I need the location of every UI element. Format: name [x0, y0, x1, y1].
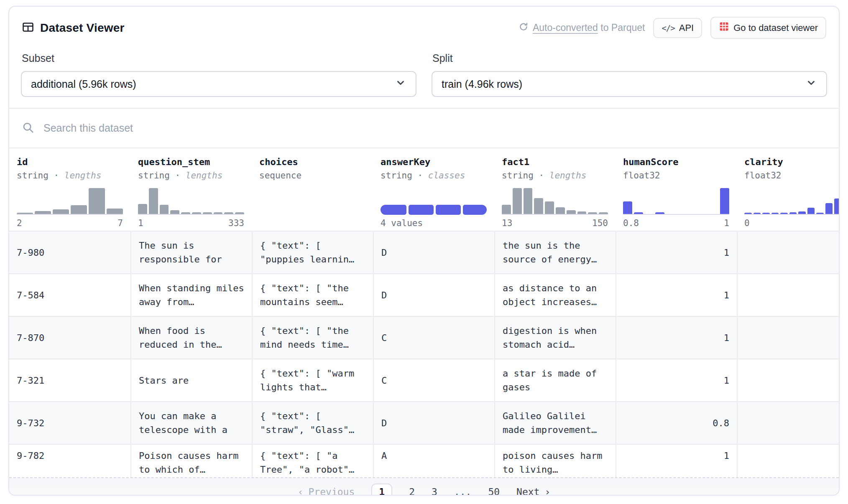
- histogram-bar: [224, 212, 233, 214]
- column-type: string · classes: [381, 171, 487, 181]
- histogram-bar: [545, 201, 554, 214]
- histogram-bar: [17, 213, 33, 214]
- cell-humanScore: 1: [616, 317, 737, 359]
- red-grid-icon: [719, 21, 729, 34]
- cell-humanScore: 1: [616, 359, 737, 401]
- histogram-bar: [556, 207, 565, 214]
- cell-question_stem: When food is reduced in the…: [130, 317, 252, 359]
- cell-id: 7-980: [9, 232, 130, 273]
- cell-id: 9-782: [9, 445, 130, 477]
- subset-label: Subset: [22, 52, 416, 64]
- search-icon: [22, 121, 34, 135]
- class-segment: [463, 205, 487, 215]
- column-type: string · lengths: [138, 171, 244, 181]
- column-type: sequence: [259, 171, 365, 181]
- histogram-bar: [524, 188, 533, 214]
- column-header-fact1: fact1string · lengths13150: [494, 148, 616, 231]
- cell-clarity: [737, 232, 840, 273]
- histogram-range: 0.81: [623, 218, 729, 228]
- histogram-bar: [107, 209, 123, 214]
- search-row: [9, 108, 839, 148]
- page-button-2[interactable]: 2: [409, 486, 415, 496]
- histogram-bar: [89, 188, 105, 214]
- histogram-fact1: [502, 187, 608, 215]
- histogram-bar: [816, 213, 824, 214]
- cell-answerKey: D: [373, 232, 494, 273]
- page-button-1[interactable]: 1: [371, 484, 392, 496]
- column-name: clarity: [744, 157, 840, 167]
- cell-answerKey: A: [373, 445, 494, 477]
- search-input[interactable]: [43, 122, 826, 134]
- histogram-bar: [203, 212, 212, 214]
- sync-icon: [519, 22, 529, 34]
- split-label: Split: [432, 52, 827, 64]
- histogram-bar: [753, 213, 761, 214]
- chevron-right-icon: ›: [545, 486, 551, 496]
- histogram-range: 1333: [138, 218, 244, 228]
- histogram-bar: [623, 201, 632, 214]
- cell-clarity: 1.: [737, 359, 840, 401]
- histogram-bar: [762, 213, 770, 214]
- column-name: choices: [259, 157, 365, 167]
- histogram-bar: [534, 198, 543, 214]
- histogram-range: 27: [17, 218, 123, 228]
- table-row: 7-584When standing miles away from…{ "te…: [9, 273, 840, 316]
- table-row: 7-321Stars are{ "text": [ "warm lights t…: [9, 359, 840, 401]
- api-button[interactable]: </> API: [653, 18, 702, 38]
- cell-question_stem: Stars are: [130, 359, 252, 401]
- cell-humanScore: 1: [616, 445, 737, 477]
- column-type: string · lengths: [17, 171, 123, 181]
- class-segment: [381, 205, 406, 215]
- cell-clarity: 1.: [737, 274, 840, 316]
- goto-dataset-viewer-button[interactable]: Go to dataset viewer: [710, 17, 826, 39]
- cell-choices: { "text": [ "puppies learnin…: [252, 232, 373, 273]
- subset-select[interactable]: additional (5.96k rows): [21, 71, 416, 97]
- cell-answerKey: D: [373, 274, 494, 316]
- histogram-bar: [149, 188, 158, 214]
- histogram-bar: [798, 211, 806, 214]
- column-header-question_stem: question_stemstring · lengths1333: [130, 148, 252, 231]
- column-type: float32: [623, 171, 729, 181]
- histogram-id: [17, 187, 123, 215]
- table-row: 7-980The sun is responsible for{ "text":…: [9, 231, 840, 273]
- cell-fact1: poison causes harm to living…: [494, 445, 616, 477]
- dataset-viewer-card: Dataset Viewer Auto-converted to Parquet…: [8, 6, 840, 496]
- histogram-question_stem: [138, 187, 244, 215]
- auto-converted-link[interactable]: Auto-converted to Parquet: [519, 22, 645, 34]
- next-page-button[interactable]: Next ›: [516, 486, 550, 496]
- histogram-bar: [834, 199, 840, 214]
- split-select[interactable]: train (4.96k rows): [432, 71, 827, 97]
- page-title: Dataset Viewer: [40, 21, 125, 35]
- cell-answerKey: C: [373, 317, 494, 359]
- cell-id: 7-321: [9, 359, 130, 401]
- cell-fact1: digestion is when stomach acid…: [494, 317, 616, 359]
- page-button-...[interactable]: ...: [454, 486, 472, 496]
- histogram-bar: [53, 209, 69, 214]
- histogram-bar: [35, 211, 51, 214]
- histogram-bar: [825, 203, 833, 214]
- cell-id: 7-870: [9, 317, 130, 359]
- table-row: 9-732You can make a telescope with a{ "t…: [9, 401, 840, 444]
- histogram-humanScore: [623, 187, 729, 215]
- cell-fact1: as distance to an object increases…: [494, 274, 616, 316]
- histogram-bar: [214, 212, 223, 214]
- histogram-bar: [780, 213, 788, 214]
- column-name: fact1: [502, 157, 608, 167]
- histogram-bar: [771, 213, 779, 214]
- histogram-bar: [170, 210, 179, 214]
- histogram-bar: [744, 213, 752, 214]
- column-name: question_stem: [138, 157, 244, 167]
- column-name: id: [17, 157, 123, 167]
- histogram-clarity: [744, 187, 840, 215]
- cell-question_stem: When standing miles away from…: [130, 274, 252, 316]
- histogram-range: 0: [744, 218, 840, 228]
- column-header-answerKey: answerKeystring · classes4 values: [373, 148, 494, 231]
- cell-clarity: [737, 402, 840, 444]
- histogram-bar: [181, 212, 190, 214]
- page-button-50[interactable]: 50: [488, 486, 500, 496]
- page-button-3[interactable]: 3: [432, 486, 437, 496]
- histogram-bar: [235, 212, 244, 214]
- cell-choices: { "text": [ "a Tree", "a robot"…: [252, 445, 373, 477]
- previous-page-button[interactable]: ‹ Previous: [298, 486, 355, 496]
- cell-question_stem: The sun is responsible for: [130, 232, 252, 273]
